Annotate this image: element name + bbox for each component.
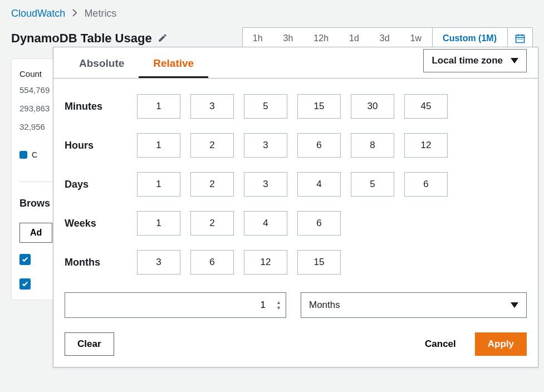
page-title: DynamoDB Table Usage [11,31,152,46]
unit-option[interactable]: 30 [351,94,394,119]
unit-row: Hours1236812 [65,133,527,158]
legend-label: C [32,150,37,159]
unit-option[interactable]: 6 [404,172,448,197]
custom-unit-select[interactable]: Months [301,292,527,318]
unit-option[interactable]: 12 [404,133,448,158]
unit-option[interactable]: 2 [190,211,234,236]
unit-option[interactable]: 3 [244,172,287,197]
checkbox[interactable] [19,278,31,290]
unit-row: Days123456 [65,172,527,197]
tab-relative[interactable]: Relative [139,47,208,78]
caret-down-icon [511,58,518,63]
apply-button[interactable]: Apply [475,332,527,356]
unit-option[interactable]: 1 [137,172,180,197]
unit-option[interactable]: 2 [190,172,234,197]
unit-option[interactable]: 15 [297,94,341,119]
custom-duration-input[interactable]: ▲ ▼ [65,292,286,318]
range-1h[interactable]: 1h [243,28,273,49]
unit-label: Hours [65,140,137,151]
relative-unit-grid: Minutes135153045Hours1236812Days123456We… [53,79,538,275]
add-button[interactable]: Ad [19,223,52,243]
breadcrumb-root[interactable]: CloudWatch [11,8,65,19]
chevron-right-icon [72,8,77,19]
breadcrumb-current: Metrics [84,8,116,19]
range-12h[interactable]: 12h [303,28,339,49]
edit-icon[interactable] [158,33,168,45]
custom-duration-field[interactable] [72,300,281,311]
svg-point-5 [520,39,521,40]
timezone-label: Local time zone [432,55,503,66]
unit-label: Days [65,179,137,190]
breadcrumb: CloudWatch Metrics [0,0,544,24]
unit-option[interactable]: 5 [244,94,287,119]
svg-point-4 [518,39,519,40]
unit-option[interactable]: 1 [137,211,180,236]
unit-label: Months [65,257,137,268]
tab-absolute[interactable]: Absolute [65,47,139,78]
unit-label: Weeks [65,218,137,229]
unit-option[interactable]: 45 [404,94,448,119]
unit-option[interactable]: 2 [190,133,234,158]
time-range-bar: 1h 3h 12h 1d 3d 1w Custom (1M) [242,27,533,50]
unit-option[interactable]: 4 [297,172,341,197]
unit-option[interactable]: 5 [351,172,394,197]
unit-row: Months361215 [65,250,527,275]
unit-option[interactable]: 1 [137,133,180,158]
stepper-up-icon[interactable]: ▲ [276,300,281,305]
tab-browse[interactable]: Brows [19,198,50,209]
cancel-button[interactable]: Cancel [413,333,468,355]
time-range-popover: Absolute Relative Local time zone Minute… [53,47,538,367]
calendar-icon[interactable] [507,28,532,49]
range-1w[interactable]: 1w [400,28,432,49]
checkbox[interactable] [19,254,31,265]
unit-option[interactable]: 3 [244,133,287,158]
unit-option[interactable]: 6 [297,211,341,236]
unit-option[interactable]: 15 [297,250,341,275]
range-custom[interactable]: Custom (1M) [432,28,507,49]
unit-label: Minutes [65,101,137,112]
clear-button[interactable]: Clear [65,332,114,356]
unit-option[interactable]: 3 [137,250,180,275]
svg-point-6 [522,39,523,40]
stepper-down-icon[interactable]: ▼ [276,306,281,310]
custom-unit-label: Months [309,300,340,311]
unit-row: Weeks1246 [65,211,527,236]
timezone-select[interactable]: Local time zone [423,49,527,72]
unit-option[interactable]: 4 [244,211,287,236]
range-3d[interactable]: 3d [370,28,400,49]
unit-option[interactable]: 12 [244,250,287,275]
unit-option[interactable]: 6 [297,133,341,158]
unit-row: Minutes135153045 [65,94,527,119]
quantity-stepper[interactable]: ▲ ▼ [276,300,281,310]
legend-swatch [19,151,27,159]
unit-option[interactable]: 3 [190,94,234,119]
range-1d[interactable]: 1d [339,28,370,49]
unit-option[interactable]: 1 [137,94,180,119]
unit-option[interactable]: 8 [351,133,394,158]
range-3h[interactable]: 3h [273,28,304,49]
caret-down-icon [511,302,518,308]
unit-option[interactable]: 6 [190,250,234,275]
